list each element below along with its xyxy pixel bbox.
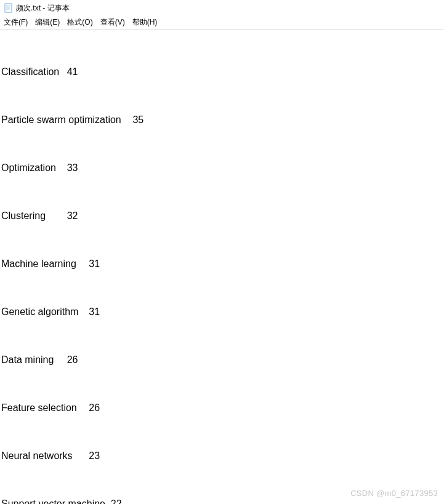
window-title: 频次.txt - 记事本 [16, 3, 70, 14]
menu-format[interactable]: 格式(O) [67, 17, 92, 28]
text-content-area[interactable]: Classification 41 Particle swarm optimiz… [0, 30, 444, 504]
text-line: Neural networks 23 [1, 448, 443, 464]
text-line: Optimization 33 [1, 160, 443, 176]
text-line: Genetic algorithm 31 [1, 304, 443, 320]
menu-view[interactable]: 查看(V) [100, 17, 125, 28]
text-line: Particle swarm optimization 35 [1, 112, 443, 128]
menu-file[interactable]: 文件(F) [4, 17, 28, 28]
watermark-text: CSDN @m0_67173953 [350, 489, 438, 498]
text-line: Machine learning 31 [1, 256, 443, 272]
menu-help[interactable]: 帮助(H) [132, 17, 158, 28]
notepad-icon [4, 3, 14, 13]
text-line: Clustering 32 [1, 208, 443, 224]
text-line: Classification 41 [1, 64, 443, 80]
window-titlebar: 频次.txt - 记事本 [0, 0, 444, 16]
text-line: Data mining 26 [1, 352, 443, 368]
menubar: 文件(F) 编辑(E) 格式(O) 查看(V) 帮助(H) [0, 16, 444, 30]
text-line: Feature selection 26 [1, 400, 443, 416]
menu-edit[interactable]: 编辑(E) [35, 17, 60, 28]
